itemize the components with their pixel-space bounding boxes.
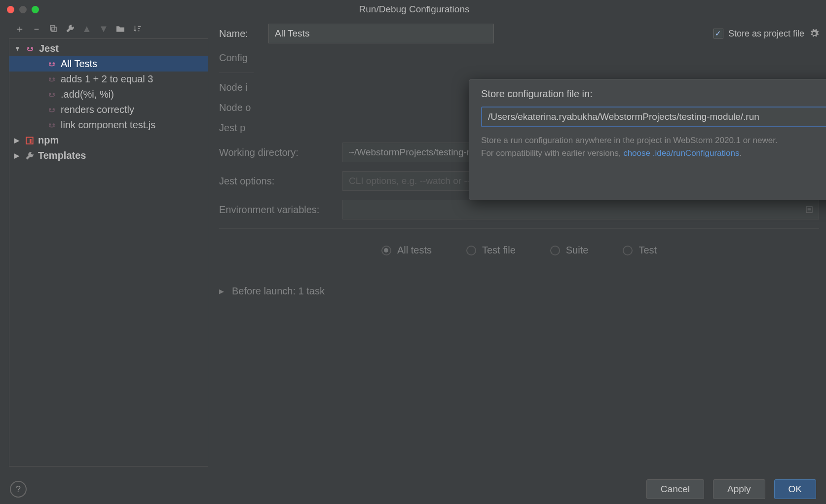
tree-label: npm <box>38 135 59 146</box>
radio-icon <box>623 246 633 255</box>
working-directory-label: Working directory: <box>219 147 342 158</box>
store-checkbox[interactable]: ✓ <box>713 29 723 38</box>
config-tree[interactable]: ▼ Jest All Tests adds 1 + 2 t <box>9 38 208 467</box>
radio-icon <box>466 246 476 255</box>
radio-suite[interactable]: Suite <box>550 245 589 256</box>
jest-icon <box>47 106 57 114</box>
radio-icon <box>550 246 560 255</box>
jest-icon <box>47 60 57 69</box>
sort-icon[interactable] <box>132 24 142 34</box>
tree-node-jest[interactable]: ▼ Jest <box>9 41 208 56</box>
list-icon[interactable] <box>805 206 813 214</box>
chevron-right-icon: ▶ <box>219 288 226 295</box>
env-vars-input[interactable] <box>342 200 819 219</box>
tree-node-all-tests[interactable]: All Tests <box>9 56 208 72</box>
close-window-icon[interactable] <box>7 6 14 13</box>
name-label: Name: <box>219 28 268 39</box>
add-icon[interactable]: ＋ <box>15 24 25 34</box>
env-vars-label: Environment variables: <box>219 204 342 216</box>
window-controls <box>7 6 39 13</box>
config-toolbar: ＋ － ▲ ▼ <box>0 21 212 38</box>
radio-test-file[interactable]: Test file <box>466 245 516 256</box>
jest-icon <box>47 90 57 99</box>
tree-node[interactable]: .add(%i, %i) <box>9 87 208 102</box>
gear-icon[interactable] <box>809 29 819 38</box>
tree-node-templates[interactable]: ▶ Templates <box>9 148 208 163</box>
svg-point-5 <box>53 62 55 65</box>
tree-node[interactable]: adds 1 + 2 to equal 3 <box>9 72 208 87</box>
cancel-button[interactable]: Cancel <box>646 479 704 499</box>
svg-point-8 <box>49 93 51 95</box>
radio-label: Test file <box>482 245 516 256</box>
chevron-right-icon: ▶ <box>14 152 21 159</box>
tree-node-npm[interactable]: ▶ npm <box>9 133 208 148</box>
svg-point-7 <box>53 77 55 80</box>
chevron-down-icon: ▼ <box>14 45 21 52</box>
svg-rect-15 <box>30 139 32 143</box>
down-icon[interactable]: ▼ <box>99 24 109 34</box>
svg-point-12 <box>49 123 51 126</box>
radio-all-tests[interactable]: All tests <box>381 245 432 256</box>
radio-test[interactable]: Test <box>623 245 657 256</box>
svg-rect-1 <box>50 26 55 30</box>
config-path-input[interactable] <box>481 107 826 127</box>
svg-point-11 <box>53 108 55 110</box>
dialog-footer: ? Cancel Apply OK <box>0 474 826 504</box>
titlebar: Run/Debug Configurations <box>0 0 826 19</box>
config-file-label: Config <box>219 52 259 64</box>
name-input[interactable] <box>268 24 494 43</box>
tree-label: renders correctly <box>61 104 134 115</box>
svg-point-2 <box>27 47 30 49</box>
radio-label: All tests <box>397 245 432 256</box>
svg-rect-0 <box>52 27 56 32</box>
tree-label: Templates <box>38 150 86 161</box>
tree-label: adds 1 + 2 to equal 3 <box>61 73 153 85</box>
tree-label: Jest <box>39 43 59 54</box>
popover-title: Store configuration file in: <box>481 88 826 100</box>
before-launch-section[interactable]: ▶ Before launch: 1 task <box>219 286 819 297</box>
help-button[interactable]: ? <box>10 481 27 498</box>
choose-idea-link[interactable]: choose .idea/runConfigurations <box>623 148 739 158</box>
up-icon[interactable]: ▲ <box>82 24 92 34</box>
before-launch-label: Before launch: 1 task <box>232 286 325 297</box>
svg-point-4 <box>49 62 51 65</box>
wrench-icon[interactable] <box>65 24 75 34</box>
tree-node[interactable]: renders correctly <box>9 102 208 117</box>
tree-node[interactable]: link component test.js <box>9 117 208 133</box>
popover-hint: Store a run configuration anywhere in th… <box>481 134 826 159</box>
jest-package-label: Jest p <box>219 122 259 134</box>
minimize-window-icon[interactable] <box>19 6 27 13</box>
svg-point-3 <box>31 47 34 49</box>
radio-label: Suite <box>566 245 589 256</box>
jest-icon <box>47 121 57 130</box>
remove-icon[interactable]: － <box>32 24 41 34</box>
svg-point-10 <box>49 108 51 110</box>
chevron-right-icon: ▶ <box>14 137 21 144</box>
node-interpreter-label: Node i <box>219 82 259 93</box>
svg-point-6 <box>49 77 51 80</box>
svg-point-13 <box>53 123 55 126</box>
store-label: Store as project file <box>728 29 804 39</box>
node-options-label: Node o <box>219 102 259 113</box>
tree-label: .add(%i, %i) <box>61 89 114 100</box>
radio-icon <box>381 246 391 255</box>
window-title: Run/Debug Configurations <box>39 4 789 15</box>
wrench-icon <box>25 151 34 160</box>
jest-icon <box>47 75 57 84</box>
radio-label: Test <box>638 245 657 256</box>
maximize-window-icon[interactable] <box>32 6 39 13</box>
ok-button[interactable]: OK <box>774 479 816 499</box>
npm-icon <box>25 136 34 145</box>
tree-label: All Tests <box>61 58 97 70</box>
svg-point-9 <box>53 93 55 95</box>
copy-icon[interactable] <box>48 24 58 34</box>
jest-options-label: Jest options: <box>219 176 342 187</box>
store-config-popover: Store configuration file in: ▼ Store a r… <box>469 79 826 200</box>
apply-button[interactable]: Apply <box>713 479 765 499</box>
jest-icon <box>25 44 35 53</box>
tree-label: link component test.js <box>61 119 155 131</box>
folder-icon[interactable] <box>115 24 125 34</box>
